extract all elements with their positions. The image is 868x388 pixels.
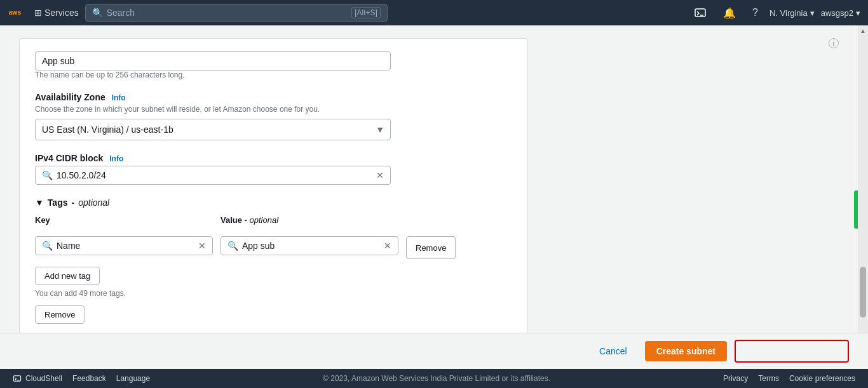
search-shortcut: [Alt+S] [351,7,381,18]
language-link[interactable]: Language [116,374,150,383]
value-col-label: Value - optional [220,215,398,225]
availability-zone-label: Availability Zone Info [35,92,512,102]
scrollbar-thumb[interactable] [860,267,866,318]
footer: CloudShell Feedback Language © 2023, Ama… [0,369,868,388]
az-description: Choose the zone in which your subnet wil… [35,105,512,114]
tag-key-input-wrapper: 🔍 ✕ [35,236,213,255]
tags-optional-label: optional [78,197,109,208]
tags-limit-text: You can add 49 more tags. [35,289,512,298]
footer-right: Privacy Terms Cookie preferences [723,374,855,383]
content-panel: i App sub The name can be up to 256 char… [0,25,858,333]
remove-tag-button[interactable]: Remove [406,236,456,259]
tag-key-clear-button[interactable]: ✕ [198,241,206,251]
tag-row-1: 🔍 ✕ 🔍 ✕ Remove [35,236,512,259]
az-info-link[interactable]: Info [112,93,126,102]
tag-value-input[interactable] [242,241,380,251]
user-label: awsgsp2 [821,8,853,18]
footer-copyright: © 2023, Amazon Web Services India Privat… [163,374,710,383]
services-menu[interactable]: ⊞ Services [34,8,79,18]
cloudshell-footer-button[interactable]: CloudShell [13,374,62,383]
scroll-up-arrow[interactable]: ▲ [858,25,868,36]
services-label: Services [44,8,79,18]
remove-section-button[interactable]: Remove [35,305,85,324]
feedback-link[interactable]: Feedback [72,374,106,383]
ipv4-cidr-label: IPv4 CIDR block Info [35,153,512,163]
info-icon[interactable]: i [829,38,839,48]
az-label-text: Availability Zone [35,92,105,102]
scrollbar[interactable]: ▲ [858,25,868,333]
green-indicator-bar [854,191,858,229]
region-selector[interactable]: N. Virginia ▾ [770,8,815,18]
subnet-form-section: App sub The name can be up to 256 charac… [19,38,527,333]
ipv4-info-link[interactable]: Info [109,154,123,163]
availability-zone-field: Availability Zone Info Choose the zone i… [35,92,512,140]
ipv4-label-text: IPv4 CIDR block [35,153,103,163]
ipv4-cidr-field: IPv4 CIDR block Info 🔍 ✕ [35,153,512,185]
tags-label: Tags [48,197,68,208]
region-label: N. Virginia [770,8,808,18]
ipv4-cidr-input[interactable] [57,170,372,180]
tag-value-input-wrapper: 🔍 ✕ [220,236,398,255]
footer-left: CloudShell Feedback Language [13,374,150,383]
region-chevron: ▾ [810,8,815,18]
aws-logo[interactable]: aws [8,4,28,22]
main-area: i App sub The name can be up to 256 char… [0,25,868,333]
highlighted-empty-box [735,340,849,363]
user-menu[interactable]: awsgsp2 ▾ [821,8,860,18]
cancel-button[interactable]: Cancel [589,341,637,361]
ipv4-cidr-input-wrapper: 🔍 ✕ [35,166,391,185]
privacy-link[interactable]: Privacy [723,374,748,383]
tags-header: ▼ Tags - optional [35,197,512,208]
subnet-name-hint: The name can be up to 256 characters lon… [35,70,512,79]
value-optional-text: optional [250,215,279,225]
tag-key-col: 🔍 ✕ [35,236,213,255]
tag-key-input[interactable] [57,241,194,251]
cloudshell-nav-icon[interactable] [689,4,712,22]
tag-value-clear-button[interactable]: ✕ [384,241,391,251]
search-bar[interactable]: 🔍 [Alt+S] [85,4,388,22]
subnet-name-field: App sub The name can be up to 256 charac… [35,51,512,79]
tag-value-col: 🔍 ✕ [220,236,398,255]
search-icon: 🔍 [92,8,103,18]
value-column: Value - optional [220,215,398,229]
cookie-preferences-link[interactable]: Cookie preferences [789,374,855,383]
subnet-name-input[interactable]: App sub [35,51,391,70]
tags-chevron: ▼ [35,197,44,208]
ipv4-clear-button[interactable]: ✕ [376,170,384,180]
tag-key-search-icon: 🔍 [42,241,53,251]
top-navigation: aws ⊞ Services 🔍 [Alt+S] 🔔 ? N. Virginia… [0,0,868,25]
az-select-wrapper: US East (N. Virginia) / us-east-1b ▼ [35,119,391,140]
search-input[interactable] [107,8,348,18]
key-col-label: Key [35,215,213,225]
help-icon[interactable]: ? [747,4,763,21]
tag-value-search-icon: 🔍 [227,241,238,251]
cloudshell-label: CloudShell [25,374,62,383]
add-new-tag-button[interactable]: Add new tag [35,267,100,285]
grid-icon: ⊞ [34,8,42,18]
user-chevron: ▾ [856,8,860,18]
az-select[interactable]: US East (N. Virginia) / us-east-1b [35,119,391,140]
tags-section: ▼ Tags - optional Key Value - optional [35,197,512,324]
create-subnet-button[interactable]: Create subnet [645,341,727,361]
bottom-actions-bar: Cancel Create subnet [0,333,868,369]
tags-column-headers: Key Value - optional [35,215,512,229]
terms-link[interactable]: Terms [758,374,779,383]
ipv4-search-icon: 🔍 [42,170,53,180]
key-column: Key [35,215,213,229]
notifications-icon[interactable]: 🔔 [718,4,741,22]
svg-text:aws: aws [9,9,22,16]
